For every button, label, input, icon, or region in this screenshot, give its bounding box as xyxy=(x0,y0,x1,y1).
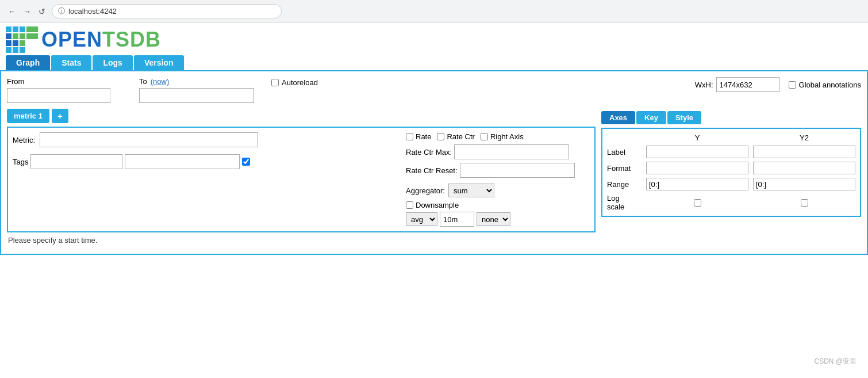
logo-tsdb: TSDB xyxy=(102,28,161,51)
autoreload-checkbox[interactable] xyxy=(271,79,279,86)
svg-rect-1 xyxy=(13,26,18,32)
tab-axes[interactable]: Axes xyxy=(601,111,635,124)
axes-y-label-input[interactable] xyxy=(646,146,748,158)
aggregator-select[interactable]: sum avg min max dev zimsum mimmin mimmax xyxy=(448,184,494,197)
address-bar: ⓘ localhost:4242 xyxy=(52,4,282,18)
svg-rect-10 xyxy=(13,47,18,53)
right-axis-checkbox-row: Right Axis xyxy=(481,132,524,141)
right-axis-checkbox[interactable] xyxy=(481,133,488,140)
svg-rect-9 xyxy=(6,47,11,53)
axes-y-log-scale-cell xyxy=(646,199,748,207)
main-content: From To (now) Autoreload WxH: Global ann… xyxy=(0,70,868,255)
tab-stats[interactable]: Stats xyxy=(51,55,91,70)
metric-tab-1[interactable]: metric 1 xyxy=(7,109,49,123)
svg-rect-4 xyxy=(13,33,18,39)
rate-checkbox[interactable] xyxy=(406,133,413,140)
wxh-label: WxH: xyxy=(695,81,713,89)
from-input[interactable] xyxy=(7,88,110,103)
autoreload-section: Autoreload xyxy=(271,78,318,87)
axes-y2-label-input[interactable] xyxy=(753,146,855,158)
wxh-input[interactable] xyxy=(716,77,779,92)
browser-bar: ← → ↺ ⓘ localhost:4242 xyxy=(0,0,868,23)
back-button[interactable]: ← xyxy=(7,6,17,17)
tab-version[interactable]: Version xyxy=(134,55,184,70)
metric-label: Metric: xyxy=(13,136,35,144)
axes-grid: Y Y2 Label Format Range Log scale xyxy=(607,133,855,211)
left-col: metric 1 + Metric: Tags xyxy=(7,109,596,248)
svg-rect-7 xyxy=(13,40,18,46)
tag-checkbox[interactable] xyxy=(242,158,250,166)
forward-button[interactable]: → xyxy=(22,6,32,17)
info-icon: ⓘ xyxy=(58,6,65,16)
axes-y-header: Y xyxy=(646,133,748,142)
rate-ctr-reset-input[interactable] xyxy=(460,163,575,178)
tags-label: Tags xyxy=(13,158,28,166)
downsample-interval-input[interactable] xyxy=(440,212,474,227)
axes-y2-header: Y2 xyxy=(753,133,855,142)
right-panel-tabs: Axes Key Style xyxy=(601,111,861,124)
rate-ctr-max-label: Rate Ctr Max: xyxy=(406,148,452,156)
svg-rect-3 xyxy=(6,33,11,39)
to-input[interactable] xyxy=(139,88,254,103)
right-col: Axes Key Style Y Y2 Label Format xyxy=(601,109,861,217)
metric-input[interactable] xyxy=(40,132,258,147)
axes-y2-log-scale-checkbox[interactable] xyxy=(801,199,808,207)
tag-name-input[interactable] xyxy=(30,154,122,169)
content-split: metric 1 + Metric: Tags xyxy=(7,109,861,248)
rate-ctr-checkbox[interactable] xyxy=(437,133,444,140)
downsample-checkbox-row: Downsample xyxy=(406,201,590,209)
axes-y2-format-input[interactable] xyxy=(753,162,855,174)
tab-logs[interactable]: Logs xyxy=(93,55,132,70)
logo-icon xyxy=(6,26,38,53)
tag-value-input[interactable] xyxy=(125,154,240,169)
axes-range-label: Range xyxy=(607,180,642,189)
aggregator-label: Aggregator: xyxy=(406,186,445,195)
tab-style[interactable]: Style xyxy=(667,111,701,124)
svg-rect-5 xyxy=(20,33,25,39)
downsample-inputs: avg sum min max dev none nan xyxy=(406,212,590,227)
svg-rect-2 xyxy=(20,26,25,32)
nav-tabs: Graph Stats Logs Version xyxy=(6,55,862,70)
global-ann-checkbox[interactable] xyxy=(789,81,796,89)
now-link[interactable]: (now) xyxy=(151,77,170,86)
axes-y-log-scale-checkbox[interactable] xyxy=(694,199,701,207)
rate-ctr-reset-label: Rate Ctr Reset: xyxy=(406,166,458,175)
svg-rect-6 xyxy=(6,40,11,46)
svg-rect-14 xyxy=(26,33,32,39)
to-section: To (now) xyxy=(139,77,254,103)
axes-y2-range-input[interactable] xyxy=(753,178,855,190)
top-row: From To (now) Autoreload WxH: Global ann… xyxy=(7,77,861,103)
downsample-func-select[interactable]: avg sum min max dev xyxy=(406,212,437,226)
downsample-fill-select[interactable]: none nan null zero xyxy=(477,212,510,226)
add-metric-button[interactable]: + xyxy=(52,109,68,123)
app-header: OPENTSDB Graph Stats Logs Version xyxy=(0,23,868,70)
svg-rect-11 xyxy=(20,47,25,53)
from-section: From xyxy=(7,77,122,103)
axes-panel: Y Y2 Label Format Range Log scale xyxy=(601,128,861,217)
rate-ctr-checkbox-row: Rate Ctr xyxy=(437,132,474,141)
svg-rect-13 xyxy=(32,26,38,32)
global-ann-label: Global annotations xyxy=(799,81,861,89)
rate-label: Rate xyxy=(416,132,431,141)
from-label: From xyxy=(7,77,122,86)
tab-key[interactable]: Key xyxy=(636,111,666,124)
reload-button[interactable]: ↺ xyxy=(37,6,47,17)
tags-row: Tags xyxy=(13,154,400,169)
downsample-checkbox[interactable] xyxy=(406,201,413,209)
svg-rect-8 xyxy=(20,40,25,46)
right-axis-label: Right Axis xyxy=(490,132,524,141)
axes-label-label: Label xyxy=(607,148,642,156)
logo-text: OPENTSDB xyxy=(41,28,161,52)
axes-log-scale-label: Log scale xyxy=(607,194,642,211)
metric-panel: Metric: Tags xyxy=(7,127,596,232)
logo-open: OPEN xyxy=(41,28,102,51)
logo-area: OPENTSDB xyxy=(6,26,862,53)
axes-y2-log-scale-cell xyxy=(753,199,855,207)
rate-ctr-max-input[interactable] xyxy=(454,144,569,159)
axes-y-range-input[interactable] xyxy=(646,178,748,190)
svg-rect-12 xyxy=(26,26,32,32)
global-ann-section: Global annotations xyxy=(789,81,861,89)
axes-y-format-input[interactable] xyxy=(646,162,748,174)
tab-graph[interactable]: Graph xyxy=(6,55,50,70)
autoreload-label: Autoreload xyxy=(282,78,318,87)
